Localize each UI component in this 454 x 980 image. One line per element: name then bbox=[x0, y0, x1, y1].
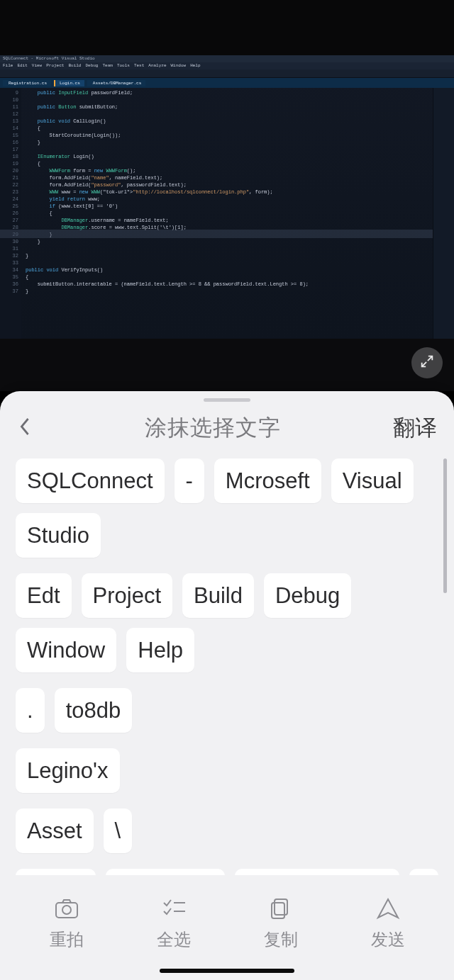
action-label: 全选 bbox=[157, 928, 191, 951]
menu-item: Analyze bbox=[148, 63, 166, 69]
ocr-word-chip[interactable]: SQLConnect bbox=[16, 458, 165, 503]
menu-item: Team bbox=[102, 63, 112, 69]
ocr-word-chip[interactable]: Edt bbox=[16, 573, 72, 618]
retake-button[interactable]: 重拍 bbox=[50, 897, 84, 951]
menu-item: View bbox=[32, 63, 42, 69]
send-button[interactable]: 发送 bbox=[371, 897, 405, 951]
ocr-word-chip[interactable]: Debug bbox=[264, 573, 351, 618]
ocr-word-chip[interactable]: . bbox=[16, 688, 45, 733]
ocr-word-chip[interactable]: passwordField bbox=[235, 869, 399, 875]
ocr-word-chip[interactable]: Project bbox=[82, 573, 172, 618]
ocr-word-chip[interactable]: Window bbox=[16, 628, 116, 672]
chip-row: EdtProjectBuildDebugWindowHelp bbox=[16, 573, 438, 672]
menu-item: Build bbox=[68, 63, 81, 69]
ocr-word-chip[interactable]: Help bbox=[126, 628, 194, 672]
action-label: 复制 bbox=[264, 928, 298, 951]
chip-row: Legino'x bbox=[16, 748, 438, 793]
ocr-word-chip[interactable]: - bbox=[175, 458, 204, 503]
select-all-button[interactable]: 全选 bbox=[157, 897, 191, 951]
scroll-indicator bbox=[443, 458, 447, 593]
chip-row: publicInputFieldpasswordField; bbox=[16, 869, 438, 875]
sheet-grabber[interactable] bbox=[204, 398, 250, 402]
ocr-word-chip[interactable]: \ bbox=[104, 809, 133, 853]
ocr-word-chip[interactable]: Mcroseft bbox=[214, 458, 321, 503]
menu-item: File bbox=[3, 63, 13, 69]
expand-fullscreen-button[interactable] bbox=[411, 347, 443, 378]
send-icon bbox=[375, 897, 401, 924]
ide-menubar: File Edit View Project Build Debug Team … bbox=[0, 62, 454, 69]
ocr-word-chip[interactable]: ; bbox=[409, 869, 438, 875]
sheet-title: 涂抹选择文字 bbox=[145, 413, 281, 443]
ide-tabs: Registration.cs Login.cs Assets/DBManage… bbox=[0, 78, 454, 88]
menu-item: Tools bbox=[117, 63, 130, 69]
menu-item: Window bbox=[171, 63, 187, 69]
translate-button[interactable]: 翻译 bbox=[393, 413, 437, 443]
captured-photo-area: SQLConnect - Microsoft Visual Studio Fil… bbox=[0, 0, 454, 391]
solution-explorer-strip bbox=[433, 88, 454, 339]
ocr-result-sheet: 涂抹选择文字 翻译 SQLConnect-McroseftVisualStudi… bbox=[0, 391, 454, 980]
chip-row: Asset\ bbox=[16, 809, 438, 853]
editor-tab: Assets/DBManager.cs bbox=[87, 80, 145, 86]
svg-point-1 bbox=[62, 906, 71, 914]
back-button[interactable] bbox=[17, 416, 33, 440]
list-check-icon bbox=[161, 897, 187, 924]
visual-studio-window: SQLConnect - Microsoft Visual Studio Fil… bbox=[0, 55, 454, 339]
chevron-left-icon bbox=[17, 427, 33, 439]
editor-tab-active: Login.cs bbox=[54, 80, 84, 86]
code-editor-content: public InputField passwordField; public … bbox=[21, 88, 433, 339]
menu-item: Test bbox=[134, 63, 144, 69]
menu-item: Help bbox=[190, 63, 200, 69]
ocr-word-chip[interactable]: to8db bbox=[55, 688, 133, 733]
line-number-gutter: 9101112131415161718192021222324252627282… bbox=[0, 88, 21, 339]
ocr-word-chips: SQLConnect-McroseftVisualStudioEdtProjec… bbox=[16, 458, 438, 875]
ocr-word-chip[interactable]: Legino'x bbox=[16, 748, 120, 793]
menu-item: Debug bbox=[85, 63, 98, 69]
ocr-word-chip[interactable]: Asset bbox=[16, 809, 94, 853]
menu-item: Edit bbox=[17, 63, 27, 69]
chip-row: SQLConnect-McroseftVisualStudio bbox=[16, 458, 438, 558]
bottom-action-bar: 重拍 全选 复制 发送 bbox=[0, 875, 454, 969]
svg-rect-2 bbox=[275, 899, 287, 915]
copy-icon bbox=[268, 897, 294, 924]
ide-title: SQLConnect - Microsoft Visual Studio bbox=[0, 55, 454, 62]
home-indicator[interactable] bbox=[160, 969, 294, 973]
ocr-word-chip[interactable]: InputField bbox=[106, 869, 225, 875]
action-label: 重拍 bbox=[50, 928, 84, 951]
ocr-word-chip[interactable]: public bbox=[16, 869, 96, 875]
copy-button[interactable]: 复制 bbox=[264, 897, 298, 951]
menu-item: Project bbox=[46, 63, 64, 69]
chip-row: .to8db bbox=[16, 688, 438, 733]
ocr-word-chip[interactable]: Visual bbox=[331, 458, 414, 503]
svg-rect-3 bbox=[272, 903, 284, 918]
ide-toolbar bbox=[0, 69, 454, 78]
ocr-word-chip[interactable]: Studio bbox=[16, 513, 101, 558]
action-label: 发送 bbox=[371, 928, 405, 951]
editor-tab: Registration.cs bbox=[3, 80, 51, 86]
ocr-word-chip[interactable]: Build bbox=[182, 573, 254, 618]
camera-icon bbox=[54, 897, 79, 924]
expand-icon bbox=[419, 354, 435, 372]
